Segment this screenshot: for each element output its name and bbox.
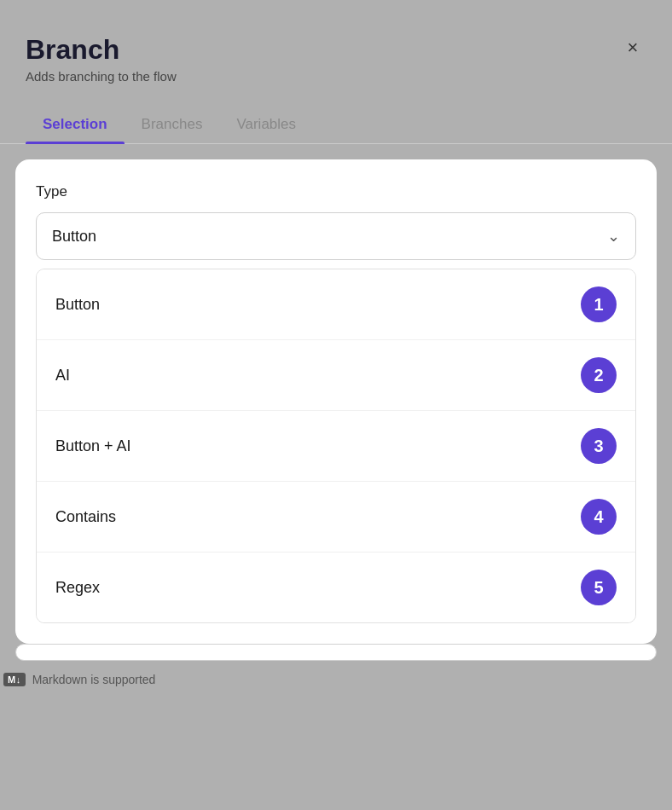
tabs-area: Selection Branches Variables <box>0 107 672 144</box>
dropdown-selected-value: Button <box>52 228 96 246</box>
tab-selection[interactable]: Selection <box>26 107 125 143</box>
dropdown-option-contains[interactable]: Contains 4 <box>37 482 635 553</box>
dropdown-option-button-ai[interactable]: Button + AI 3 <box>37 411 635 482</box>
markdown-icon: M↓ <box>3 673 26 686</box>
dropdown-option-button[interactable]: Button 1 <box>37 269 635 340</box>
partial-input[interactable] <box>15 644 657 661</box>
dropdown-list: Button 1 AI 2 Button + AI 3 Contains 4 R… <box>36 269 636 623</box>
chevron-down-icon: ⌄ <box>607 227 620 246</box>
markdown-notice: M↓ Markdown is supported <box>0 673 672 686</box>
option-label-button-ai: Button + AI <box>55 437 131 455</box>
option-badge-3: 3 <box>581 428 617 464</box>
page-background: Branch Adds branching to the flow × Sele… <box>0 0 672 810</box>
option-label-regex: Regex <box>55 579 100 597</box>
tab-branches[interactable]: Branches <box>125 107 220 143</box>
main-card: Type Button ⌄ Button 1 AI 2 Button + AI … <box>15 159 657 644</box>
type-dropdown[interactable]: Button ⌄ <box>36 212 636 260</box>
option-label-ai: AI <box>55 367 70 385</box>
close-button[interactable]: × <box>619 34 646 61</box>
option-label-contains: Contains <box>55 508 116 526</box>
dropdown-option-ai[interactable]: AI 2 <box>37 340 635 411</box>
dropdown-option-regex[interactable]: Regex 5 <box>37 553 635 622</box>
header-area: Branch Adds branching to the flow × <box>0 0 672 84</box>
option-badge-2: 2 <box>581 357 617 393</box>
option-label-button: Button <box>55 296 100 314</box>
tab-variables[interactable]: Variables <box>219 107 313 143</box>
markdown-text: Markdown is supported <box>32 673 156 686</box>
panel-title: Branch <box>26 34 646 66</box>
option-badge-1: 1 <box>581 286 617 322</box>
option-badge-5: 5 <box>581 570 617 605</box>
type-label: Type <box>36 183 636 200</box>
option-badge-4: 4 <box>581 499 617 535</box>
panel-subtitle: Adds branching to the flow <box>26 69 646 84</box>
